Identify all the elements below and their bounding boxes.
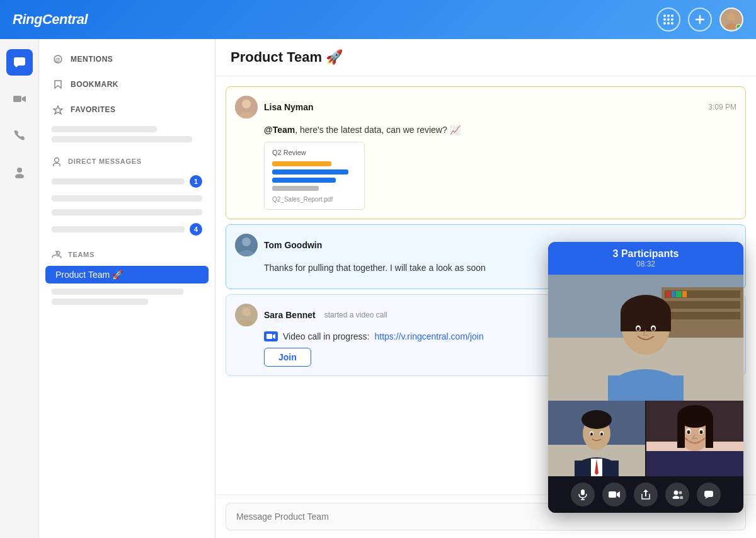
nav-chat[interactable] — [6, 49, 33, 76]
video-thumb-2 — [646, 401, 743, 476]
svg-point-19 — [55, 158, 59, 163]
mentions-label: MENTIONS — [71, 55, 113, 64]
message-1-sender-row: Lisa Nyman — [235, 96, 314, 118]
placeholder-2 — [52, 136, 192, 142]
attachment-title: Q2 Review — [272, 149, 357, 156]
nav-contacts[interactable] — [6, 159, 33, 185]
svg-point-3 — [663, 18, 666, 21]
video-call-overlay: 3 Participants 08:32 — [548, 242, 743, 513]
svg-point-23 — [242, 100, 251, 108]
bar-4 — [272, 186, 319, 191]
dm-badge-4: 4 — [190, 223, 202, 236]
svg-point-29 — [242, 307, 251, 316]
dm-item-1[interactable]: 1 — [39, 171, 215, 192]
nav-video[interactable] — [6, 86, 33, 112]
svg-point-54 — [581, 410, 612, 429]
svg-point-49 — [637, 327, 640, 331]
svg-rect-76 — [609, 491, 616, 498]
chat-button[interactable] — [697, 483, 721, 507]
apps-button[interactable] — [656, 8, 680, 31]
teams-label: TEAMS — [68, 251, 94, 258]
favorites-icon — [52, 103, 64, 116]
logo: RingCentral — [13, 11, 88, 28]
message-1-text: @Team, here's the latest data, can we re… — [264, 123, 736, 137]
join-button[interactable]: Join — [264, 348, 311, 367]
video-call-link[interactable]: https://v.ringcentral.com/join — [374, 331, 483, 341]
svg-point-8 — [671, 22, 673, 25]
svg-point-7 — [667, 22, 670, 25]
svg-point-0 — [663, 14, 666, 17]
user-avatar[interactable] — [719, 8, 743, 31]
team-placeholder-2 — [52, 299, 148, 305]
video-call-text: Video call in progress: — [283, 331, 369, 341]
lisa-avatar — [235, 96, 258, 118]
team-mention: @Team — [264, 125, 295, 135]
svg-rect-64 — [646, 451, 743, 476]
tom-avatar — [235, 234, 258, 256]
svg-point-1 — [667, 14, 670, 17]
svg-text:@: @ — [55, 57, 60, 63]
svg-rect-36 — [665, 301, 740, 309]
svg-point-71 — [687, 430, 690, 434]
svg-rect-68 — [706, 416, 713, 448]
mentions-icon: @ — [52, 53, 64, 66]
team-item-product[interactable]: Product Team 🚀 — [45, 266, 209, 283]
participants-count: 3 Participants — [558, 248, 733, 260]
svg-point-80 — [680, 496, 683, 500]
online-indicator — [736, 24, 742, 30]
chat-title: Product Team 🚀 — [215, 39, 756, 76]
sidebar-item-favorites[interactable]: FAVORITES — [39, 97, 215, 122]
video-thumb-1 — [548, 401, 645, 476]
message-1-time: 3:09 PM — [708, 103, 736, 112]
video-thumbs — [548, 401, 743, 476]
attachment-filename: Q2_Sales_Report.pdf — [272, 196, 357, 203]
camera-button[interactable] — [602, 483, 626, 507]
svg-point-26 — [242, 238, 251, 246]
svg-rect-67 — [677, 416, 685, 448]
icon-bar — [0, 39, 39, 538]
sidebar-item-bookmark[interactable]: BOOKMARK — [39, 72, 215, 97]
tom-name: Tom Goodwin — [264, 240, 322, 250]
svg-rect-14 — [13, 96, 21, 102]
share-button[interactable] — [634, 483, 658, 507]
message-1-header: Lisa Nyman 3:09 PM — [235, 96, 736, 118]
svg-rect-13 — [14, 57, 25, 66]
sara-subtext: started a video call — [324, 311, 387, 319]
sidebar: @ MENTIONS BOOKMARK FAVORITES — [39, 39, 215, 538]
placeholder-1 — [52, 126, 157, 132]
call-timer: 08:32 — [558, 260, 733, 268]
svg-point-4 — [667, 18, 670, 21]
svg-rect-44 — [621, 312, 671, 331]
chart-bars — [272, 161, 357, 191]
dm-item-4[interactable]: 4 — [39, 219, 215, 239]
svg-point-6 — [663, 22, 666, 25]
svg-rect-41 — [682, 291, 687, 297]
svg-point-72 — [700, 430, 703, 434]
bar-2 — [272, 169, 348, 175]
svg-rect-73 — [581, 489, 585, 495]
video-call-icon — [264, 331, 278, 341]
svg-point-77 — [674, 491, 679, 495]
svg-point-60 — [590, 433, 593, 436]
svg-point-5 — [671, 18, 673, 21]
svg-rect-31 — [266, 334, 272, 339]
sidebar-item-mentions[interactable]: @ MENTIONS — [39, 47, 215, 72]
message-1: Lisa Nyman 3:09 PM @Team, here's the lat… — [226, 86, 746, 219]
svg-rect-40 — [676, 291, 682, 297]
dm-item-2[interactable] — [39, 192, 215, 205]
svg-point-61 — [600, 433, 603, 436]
svg-point-15 — [17, 168, 22, 173]
team-product-label: Product Team 🚀 — [55, 270, 123, 280]
sara-avatar — [235, 304, 258, 326]
participants-button[interactable] — [665, 483, 689, 507]
dm-badge-1: 1 — [190, 175, 202, 188]
topbar: RingCentral — [0, 0, 756, 39]
nav-phone[interactable] — [6, 122, 33, 149]
dm-item-3[interactable] — [39, 205, 215, 219]
svg-point-2 — [671, 14, 673, 17]
svg-point-16 — [15, 174, 24, 178]
svg-rect-81 — [704, 491, 713, 497]
add-button[interactable] — [688, 8, 712, 31]
mic-button[interactable] — [571, 483, 595, 507]
video-main-participant — [548, 275, 743, 401]
